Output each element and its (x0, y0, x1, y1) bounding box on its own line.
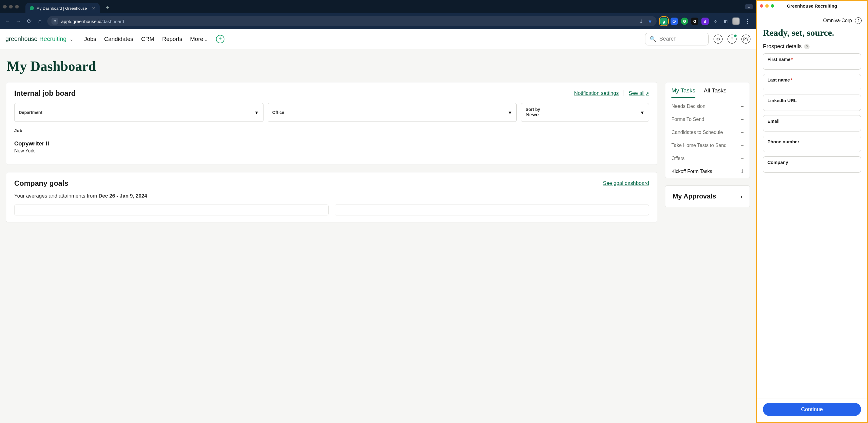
company-field[interactable]: Company (763, 156, 861, 173)
email-field[interactable]: Email (763, 115, 861, 131)
browser-tab[interactable]: My Dashboard | Greenhouse ✕ (26, 3, 100, 13)
extension-icon-grammarly[interactable]: G (681, 18, 688, 25)
nav-crm[interactable]: CRM (141, 36, 154, 42)
extension-headline: Ready, set, source. (757, 25, 867, 43)
extension-help-icon[interactable]: ? (855, 17, 862, 24)
bookmark-star-icon[interactable]: ★ (648, 18, 652, 25)
section-help-icon[interactable]: ? (804, 44, 810, 50)
task-label: Kickoff Form Tasks (672, 169, 712, 174)
mac-close-dot[interactable] (3, 5, 7, 8)
sidepanel-icon[interactable]: ◧ (722, 18, 729, 25)
search-icon: 🔍 (650, 36, 656, 42)
task-count: – (741, 143, 744, 148)
home-button[interactable]: ⌂ (36, 18, 43, 25)
profile-avatar-icon[interactable] (732, 18, 740, 25)
task-row[interactable]: Take Home Tests to Send– (665, 139, 750, 152)
task-label: Offers (672, 156, 684, 161)
extension-icon-3[interactable]: d (702, 18, 709, 25)
browser-menu-button[interactable]: ⋮ (743, 18, 752, 25)
task-count: – (741, 103, 744, 109)
job-row[interactable]: Copywriter II New York (14, 136, 649, 158)
divider (624, 90, 624, 96)
task-row[interactable]: Kickoff Form Tasks1 (665, 165, 750, 178)
user-avatar[interactable]: PY (741, 34, 750, 43)
help-icon[interactable]: ? (727, 34, 737, 43)
task-count: – (741, 117, 744, 122)
sort-by-select[interactable]: Sort by Newe ▼ (521, 103, 649, 122)
brand-recruiting: Recruiting (39, 35, 67, 42)
goal-placeholder (335, 205, 649, 215)
see-goal-dashboard-link[interactable]: See goal dashboard (603, 180, 649, 186)
browser-tab-strip: My Dashboard | Greenhouse ✕ + ⌄ (0, 0, 756, 13)
site-info-icon[interactable]: ⚙ (52, 18, 58, 25)
first-name-field[interactable]: First name* (763, 53, 861, 70)
phone-number-field[interactable]: Phone number (763, 136, 861, 152)
task-count: 1 (741, 169, 744, 174)
see-all-jobs-link[interactable]: See all↗ (629, 90, 649, 96)
product-switcher[interactable]: greenhouse Recruiting ⌄ (5, 35, 73, 42)
back-button[interactable]: ← (4, 18, 11, 25)
nav-jobs[interactable]: Jobs (84, 36, 96, 42)
tab-overflow-button[interactable]: ⌄ (745, 4, 753, 9)
notification-settings-link[interactable]: Notification settings (574, 90, 619, 96)
tab-my-tasks[interactable]: My Tasks (672, 87, 695, 98)
extension-icon-2[interactable]: G (691, 18, 699, 25)
company-goals-title: Company goals (14, 179, 68, 187)
forward-button[interactable]: → (14, 18, 22, 25)
continue-button[interactable]: Continue (763, 403, 861, 416)
task-row[interactable]: Candidates to Schedule– (665, 126, 750, 139)
primary-nav: Jobs Candidates CRM Reports More⌄ (84, 36, 208, 42)
reload-button[interactable]: ⟳ (26, 18, 33, 25)
search-placeholder: Search (659, 36, 677, 42)
nav-more[interactable]: More⌄ (190, 36, 208, 42)
my-approvals-card[interactable]: My Approvals › (665, 185, 750, 207)
required-asterisk: * (791, 57, 793, 62)
global-search[interactable]: 🔍 Search (645, 33, 709, 46)
department-filter[interactable]: Department ▼ (14, 103, 264, 122)
linkedin-url-field[interactable]: LinkedIn URL (763, 94, 861, 111)
extension-icon-1[interactable]: ① (671, 18, 678, 25)
task-row[interactable]: Forms To Send– (665, 113, 750, 126)
mac-minimize-dot[interactable] (9, 5, 13, 8)
task-label: Forms To Send (672, 117, 704, 122)
company-goals-card: Company goals See goal dashboard Your av… (6, 172, 657, 222)
goals-subtitle: Your averages and attainments from Dec 2… (14, 193, 649, 199)
job-title: Copywriter II (14, 140, 649, 147)
app-header: greenhouse Recruiting ⌄ Jobs Candidates … (0, 29, 756, 49)
extension-window-title: Greenhouse Recruiting (787, 3, 837, 8)
extensions-puzzle-icon[interactable]: ✧ (712, 18, 719, 25)
nav-reports[interactable]: Reports (162, 36, 182, 42)
settings-gear-icon[interactable]: ⚙ (714, 34, 723, 43)
chevron-down-icon: ⌄ (70, 37, 73, 41)
job-board-title: Internal job board (14, 89, 76, 97)
ext-zoom-dot[interactable] (771, 4, 774, 7)
mac-zoom-dot[interactable] (15, 5, 19, 8)
my-approvals-title: My Approvals (673, 192, 716, 200)
task-count: – (741, 156, 744, 161)
caret-down-icon: ▼ (640, 110, 645, 115)
job-location: New York (14, 148, 649, 154)
office-filter[interactable]: Office ▼ (268, 103, 517, 122)
greenhouse-extension-icon[interactable]: g (660, 18, 668, 25)
tab-all-tasks[interactable]: All Tasks (704, 87, 726, 98)
task-row[interactable]: Needs Decision– (665, 100, 750, 113)
address-bar[interactable]: ⚙ app5.greenhouse.io/dashboard ⤓ ★ (47, 16, 657, 26)
chevron-down-icon: ⌄ (205, 37, 208, 42)
nav-candidates[interactable]: Candidates (104, 36, 133, 42)
ext-minimize-dot[interactable] (765, 4, 769, 7)
extension-traffic-lights (760, 4, 774, 7)
last-name-field[interactable]: Last name* (763, 74, 861, 90)
caret-down-icon: ▼ (508, 110, 513, 115)
new-tab-button[interactable]: + (106, 4, 109, 11)
external-link-icon: ↗ (646, 91, 649, 96)
caret-down-icon: ▼ (254, 110, 259, 115)
extension-titlebar: Greenhouse Recruiting (757, 1, 867, 11)
url-text: app5.greenhouse.io/dashboard (61, 19, 124, 24)
browser-tab-title: My Dashboard | Greenhouse (36, 6, 87, 10)
add-button[interactable]: + (216, 35, 224, 43)
ext-close-dot[interactable] (760, 4, 763, 7)
job-column-label: Job (14, 128, 649, 133)
install-app-icon[interactable]: ⤓ (639, 19, 643, 24)
close-tab-icon[interactable]: ✕ (92, 6, 95, 10)
task-row[interactable]: Offers– (665, 152, 750, 165)
